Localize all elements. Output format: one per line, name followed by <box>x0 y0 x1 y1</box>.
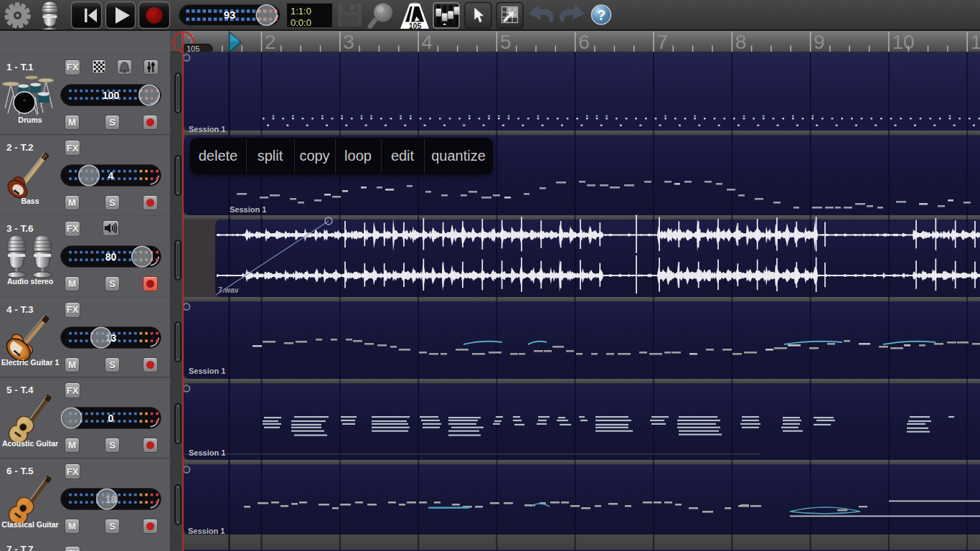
svg-text:4: 4 <box>108 170 114 182</box>
svg-text:10: 10 <box>892 31 914 52</box>
svg-text:9: 9 <box>814 31 825 52</box>
svg-text:8: 8 <box>735 31 747 52</box>
svg-text:93: 93 <box>224 9 236 21</box>
svg-text:2: 2 <box>265 31 276 52</box>
svg-text:?: ? <box>597 7 606 23</box>
svg-text:3: 3 <box>343 31 354 52</box>
svg-text:5: 5 <box>500 31 512 52</box>
svg-text:6: 6 <box>578 31 590 52</box>
svg-text:11: 11 <box>971 31 980 52</box>
svg-text:0: 0 <box>108 413 114 424</box>
svg-text:80: 80 <box>105 250 117 262</box>
svg-text:105: 105 <box>409 22 422 30</box>
svg-text:7: 7 <box>657 31 669 52</box>
svg-text:4: 4 <box>422 31 433 52</box>
svg-text:100: 100 <box>103 89 120 100</box>
svg-text:105: 105 <box>187 44 199 52</box>
